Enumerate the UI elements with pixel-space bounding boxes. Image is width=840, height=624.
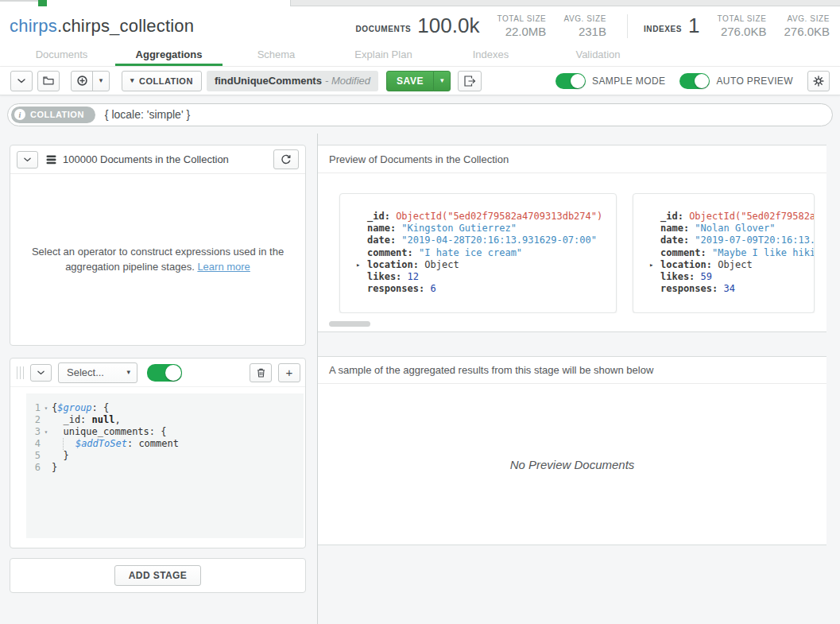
collection-stack-icon — [46, 155, 56, 165]
stage-operator-placeholder: Select... — [67, 366, 104, 378]
tab-aggregations[interactable]: Aggregations — [115, 45, 223, 66]
collapse-stage-button[interactable] — [30, 364, 52, 382]
indexes-count: 1 — [688, 14, 699, 38]
stage-drag-handle-icon[interactable] — [15, 366, 25, 379]
new-pipeline-menu-button[interactable]: ▾ — [92, 71, 110, 91]
collation-value[interactable]: { locale: 'simple' } — [105, 108, 190, 121]
field-value: ObjectId("5ed02f79582a47093 — [689, 211, 815, 222]
input-documents-card: 100000 Documents in the Collection Selec… — [10, 145, 306, 346]
collation-toggle-button[interactable]: ▾ COLLATION — [122, 71, 202, 91]
field-value: ObjectId("5ed02f79582a4709313db274") — [396, 211, 602, 222]
field-key: location: — [660, 259, 712, 270]
refresh-icon — [281, 154, 292, 165]
idx-avg-size-label: AVG. SIZE — [787, 14, 830, 23]
stage-card-header: Select... ▾ + — [10, 359, 305, 387]
chevron-down-icon — [24, 157, 31, 162]
tab-indexes[interactable]: Indexes — [437, 45, 544, 66]
stats-divider — [627, 14, 628, 38]
expand-caret-icon[interactable]: ▸ — [356, 259, 360, 271]
field-key: likes: — [660, 271, 695, 282]
stage-card: Select... ▾ + 1▾{$group: {2 _id: null,3▾… — [10, 358, 306, 548]
open-saved-pipelines-button[interactable] — [37, 71, 60, 91]
add-stage-button[interactable]: ADD STAGE — [114, 565, 201, 586]
stage-preview-body: No Preview Documents — [318, 384, 826, 545]
pipeline-settings-button[interactable] — [807, 71, 830, 91]
sample-mode-label: SAMPLE MODE — [592, 76, 665, 87]
fold-gutter-spacer — [41, 414, 52, 426]
mongodb-leaf-icon — [38, 0, 47, 6]
learn-more-link[interactable]: Learn more — [197, 261, 250, 273]
code-token — [52, 438, 63, 450]
active-workspace-tab[interactable] — [0, 0, 290, 6]
doc-avg-size-label: AVG. SIZE — [563, 14, 606, 23]
toolbar-right-group: SAMPLE MODE AUTO PREVIEW — [555, 71, 830, 91]
info-icon: i — [14, 109, 25, 120]
collation-badge-label: COLLATION — [30, 110, 84, 119]
tab-schema[interactable]: Schema — [223, 45, 330, 66]
field-value: "2019-07-09T20:16:13.93162 — [695, 234, 815, 246]
input-preview-header: Preview of Documents in the Collection — [318, 145, 826, 173]
document-card[interactable]: _id: ObjectId("5ed02f79582a4709313db274"… — [339, 193, 617, 313]
expand-caret-icon[interactable]: ▸ — [649, 259, 653, 271]
add-stage-after-button[interactable]: + — [278, 363, 300, 382]
fold-caret-icon[interactable]: ▾ — [41, 426, 52, 438]
line-number: 1 — [26, 402, 41, 414]
export-pipeline-button[interactable] — [458, 71, 482, 91]
document-field: date: "2019-07-09T20:16:13.93162 — [649, 234, 814, 246]
select-operator-message: Select an operator to construct expressi… — [25, 245, 292, 275]
save-menu-button[interactable]: ▾ — [433, 71, 451, 91]
stage-enabled-toggle[interactable] — [147, 364, 182, 382]
delete-stage-button[interactable] — [250, 363, 272, 382]
input-preview-body: _id: ObjectId("5ed02f79582a4709313db274"… — [318, 173, 826, 332]
chevron-down-icon — [37, 370, 45, 375]
field-key: responses: — [367, 283, 424, 294]
code-line: 6} — [26, 462, 304, 474]
doc-total-size-value: 22.0MB — [505, 25, 547, 38]
collection-tab-bar: DocumentsAggregationsSchemaExplain PlanI… — [0, 45, 840, 67]
code-line: 2 _id: null, — [26, 414, 304, 426]
sample-mode-toggle[interactable] — [555, 73, 586, 89]
document-field: comment: "I hate ice cream" — [356, 247, 616, 259]
caret-down-icon: ▾ — [99, 77, 103, 84]
stage-code-editor[interactable]: 1▾{$group: {2 _id: null,3▾ unique_commen… — [26, 393, 304, 538]
collapse-input-button[interactable] — [17, 151, 38, 169]
document-card[interactable]: _id: ObjectId("5ed02f79582a47093name: "N… — [633, 193, 815, 313]
horizontal-scrollbar-thumb[interactable] — [329, 321, 370, 327]
folder-icon — [43, 76, 54, 85]
collation-bar: i COLLATION { locale: 'simple' } — [0, 95, 840, 134]
field-key: comment: — [660, 247, 706, 258]
code-token: : comment — [127, 438, 179, 450]
tab-explain-plan[interactable]: Explain Plan — [330, 45, 437, 66]
fold-caret-icon[interactable]: ▾ — [41, 402, 52, 414]
pipeline-modified-label: - Modified — [325, 75, 370, 87]
code-line: 3▾ unique_comments: { — [26, 426, 304, 438]
chevron-down-icon — [17, 79, 25, 83]
tab-documents[interactable]: Documents — [8, 45, 115, 66]
documents-count: 100.0k — [417, 14, 479, 38]
field-value: 34 — [723, 283, 734, 294]
document-field: name: "Nolan Glover" — [649, 223, 814, 234]
input-preview-panel: Preview of Documents in the Collection _… — [318, 145, 826, 332]
indexes-stat: INDEXES 1 — [644, 14, 700, 38]
toggle-knob — [571, 74, 585, 88]
field-key: likes: — [367, 271, 401, 282]
pipeline-toolbar: ▾ ▾ COLLATION findUniqueComments - Modif… — [0, 67, 840, 95]
document-field: ▸location: Object — [356, 259, 616, 271]
database-name[interactable]: chirps — [10, 16, 57, 36]
idx-total-size-value: 276.0KB — [721, 25, 767, 38]
save-split-button: SAVE ▾ — [386, 71, 451, 91]
input-documents-count-label: 100000 Documents in the Collection — [63, 153, 229, 165]
document-field: _id: ObjectId("5ed02f79582a4709313db274"… — [356, 211, 616, 223]
pipeline-name-box[interactable]: findUniqueComments - Modified — [207, 71, 378, 91]
toggle-knob — [165, 365, 181, 381]
tab-validation[interactable]: Validation — [544, 45, 652, 66]
collation-input[interactable]: i COLLATION { locale: 'simple' } — [7, 103, 833, 126]
stage-operator-select[interactable]: Select... ▾ — [58, 362, 137, 383]
refresh-documents-button[interactable] — [273, 149, 299, 169]
auto-preview-toggle[interactable] — [679, 73, 710, 89]
new-pipeline-button[interactable] — [71, 71, 93, 91]
code-token: null — [92, 414, 115, 426]
collapse-pipeline-button[interactable] — [10, 71, 33, 91]
save-button[interactable]: SAVE — [386, 71, 434, 91]
field-value: 59 — [701, 271, 712, 282]
